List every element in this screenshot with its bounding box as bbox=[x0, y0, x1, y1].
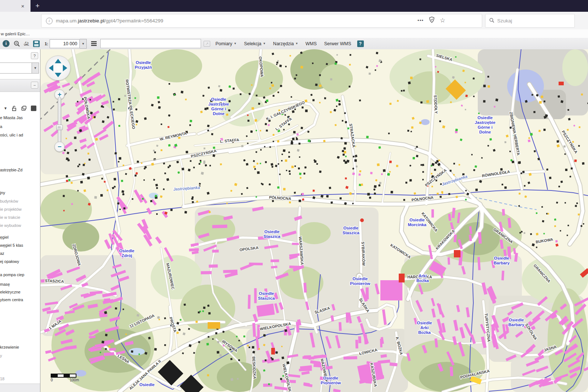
building-house bbox=[206, 107, 208, 109]
layer-tree-item[interactable]: 18 bbox=[0, 377, 4, 381]
layer-tree-item[interactable]: budynków bbox=[0, 199, 18, 203]
site-info-icon[interactable]: i bbox=[46, 18, 53, 24]
building-house bbox=[326, 63, 328, 65]
building-house bbox=[277, 140, 279, 142]
bookmark-star-icon[interactable]: ☆ bbox=[440, 17, 445, 24]
scale-caret-button[interactable]: ▾ bbox=[80, 39, 87, 49]
district-label: Staszica bbox=[258, 296, 275, 300]
building-house bbox=[299, 200, 301, 202]
menu-narzędzia[interactable]: Narzędzia▼ bbox=[273, 41, 298, 46]
shield-icon[interactable] bbox=[429, 17, 435, 24]
district-label: Bożka bbox=[416, 278, 429, 283]
building-house bbox=[207, 343, 209, 345]
building-house bbox=[65, 138, 67, 139]
zoom-tool-button[interactable] bbox=[14, 40, 20, 47]
building-house bbox=[112, 101, 114, 103]
layer-tree-item[interactable]: ości, ulic i ad bbox=[0, 133, 23, 137]
building-house bbox=[344, 112, 346, 114]
bookmark-item[interactable]: w galerii Epic… bbox=[1, 32, 30, 36]
tab-close-icon[interactable]: × bbox=[18, 1, 28, 11]
building-house bbox=[114, 178, 116, 181]
pan-left-button[interactable] bbox=[49, 65, 53, 71]
building-house bbox=[144, 168, 146, 170]
zoom-slider-track[interactable] bbox=[58, 97, 61, 144]
layer-tree-item[interactable]: ytsem centra bbox=[0, 297, 23, 302]
building-house bbox=[265, 123, 267, 125]
pan-right-button[interactable] bbox=[63, 65, 67, 71]
permalink-url-button[interactable]: ↗↘URL bbox=[24, 42, 29, 46]
info-button[interactable]: i bbox=[3, 40, 10, 47]
building-house bbox=[68, 179, 71, 181]
layer-tree-item[interactable]: astrzębie-Zd bbox=[0, 168, 22, 172]
building-house bbox=[218, 85, 220, 87]
building-house bbox=[266, 129, 268, 132]
building-house bbox=[217, 351, 219, 353]
menu-burger-icon[interactable] bbox=[91, 41, 97, 46]
building-house bbox=[292, 138, 295, 140]
building-house bbox=[251, 84, 252, 86]
building-house bbox=[330, 78, 332, 81]
building-house bbox=[354, 159, 357, 162]
building-house bbox=[407, 130, 409, 132]
building-house bbox=[450, 101, 452, 103]
building-house bbox=[344, 151, 346, 153]
map-canvas[interactable]: JastrzębiankaJastrzębiankaPOŁOMSKAROTMIS… bbox=[40, 49, 588, 392]
search-bar[interactable]: Szukaj bbox=[485, 14, 575, 28]
url-bar[interactable]: i mapa.um.jastrzebie.pl/gpt4/?permalink=… bbox=[41, 14, 482, 28]
menu-selekcja[interactable]: Selekcja▼ bbox=[244, 41, 266, 46]
building-house bbox=[330, 202, 333, 204]
open-external-icon[interactable]: ↗ bbox=[204, 41, 210, 47]
layer-tree-item[interactable]: masę bbox=[0, 282, 10, 286]
building-house bbox=[536, 247, 537, 248]
layer-tree-item[interactable]: a pompa ciep bbox=[0, 272, 24, 277]
building-house bbox=[190, 120, 192, 122]
district-label: Osiedle bbox=[477, 115, 493, 120]
building-house bbox=[389, 161, 392, 163]
layer-tree-item[interactable]: az bbox=[0, 251, 4, 256]
layer-tree-item[interactable]: jny bbox=[0, 190, 5, 195]
pan-control[interactable] bbox=[46, 56, 71, 81]
layer-tree-item[interactable]: ej opałowy bbox=[0, 259, 19, 264]
layer-tree-item[interactable]: elektryczne bbox=[0, 290, 21, 294]
building-house bbox=[304, 166, 306, 168]
building-house bbox=[401, 90, 403, 92]
layer-tree-item[interactable]: ęgiel bbox=[0, 235, 8, 239]
pan-down-button[interactable] bbox=[55, 73, 61, 77]
layer-tree-item[interactable]: ie w trakcie bbox=[0, 215, 20, 220]
help-button[interactable]: ? bbox=[357, 40, 364, 47]
menu-serwer-wms[interactable]: Serwer WMS bbox=[324, 41, 351, 46]
zoom-slider-handle[interactable] bbox=[56, 125, 63, 130]
building-block bbox=[212, 250, 219, 253]
building-house bbox=[202, 310, 204, 312]
building-house bbox=[298, 167, 300, 169]
scale-select[interactable]: 10 000 bbox=[50, 39, 80, 48]
browser-active-tab[interactable]: × bbox=[0, 0, 31, 12]
pan-up-button[interactable] bbox=[55, 59, 61, 63]
layer-tree-item[interactable]: krzewienie bbox=[0, 345, 19, 349]
layer-tree-item[interactable]: ie wybudow bbox=[0, 223, 21, 228]
building-house bbox=[156, 187, 158, 189]
building-house bbox=[87, 153, 90, 155]
menu-wms[interactable]: WMS bbox=[305, 41, 317, 46]
save-button[interactable] bbox=[33, 40, 40, 47]
address-search-input[interactable] bbox=[100, 39, 201, 48]
page-actions-icon[interactable]: ••• bbox=[417, 18, 424, 23]
zoom-out-button[interactable]: − bbox=[54, 142, 65, 152]
building-house bbox=[131, 350, 133, 353]
building-block bbox=[344, 356, 358, 360]
layer-tree-item[interactable]: ie projektów bbox=[0, 207, 22, 211]
menu-pomiary[interactable]: Pomiary▼ bbox=[215, 41, 237, 46]
layer-tree-item[interactable]: węgiel 5 klas bbox=[0, 243, 23, 247]
building-house bbox=[343, 160, 345, 162]
layer-tree-item[interactable]: y bbox=[0, 353, 2, 358]
layer-tree-item[interactable]: a bbox=[0, 124, 2, 129]
building-house bbox=[520, 172, 522, 174]
layer-tree-item[interactable]: e Miasta Jas bbox=[0, 115, 23, 120]
building-house bbox=[299, 156, 301, 158]
building-house bbox=[118, 125, 121, 127]
building-house bbox=[155, 195, 157, 197]
building-house bbox=[308, 139, 310, 142]
new-tab-button[interactable]: + bbox=[32, 1, 43, 11]
building-house bbox=[471, 154, 473, 156]
building-block bbox=[502, 209, 505, 215]
